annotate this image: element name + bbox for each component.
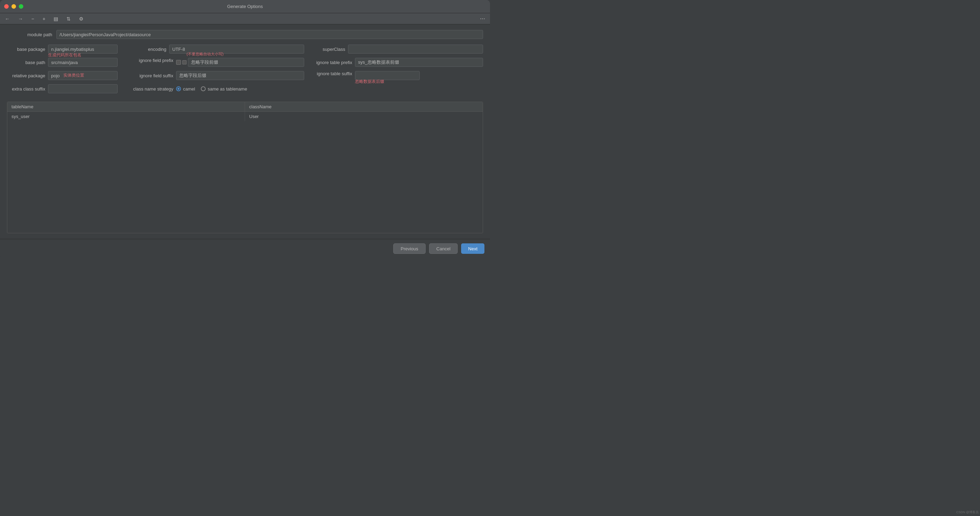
ignore-table-suffix-label: ignore table suffix <box>307 71 352 76</box>
superclass-label: superClass <box>307 47 345 52</box>
relative-package-annotation: 实体类位置 <box>63 72 84 78</box>
next-button[interactable]: Next <box>461 244 484 254</box>
radio-camel-outer[interactable] <box>176 86 181 91</box>
table-row[interactable]: sys_user User <box>7 112 483 121</box>
expand-button[interactable]: ⇅ <box>64 14 73 23</box>
previous-button[interactable]: Previous <box>393 244 426 254</box>
table-section: tableName className sys_user User <box>7 102 483 233</box>
zoom-in-button[interactable]: + <box>40 14 47 23</box>
ignore-field-prefix-input[interactable] <box>188 58 304 67</box>
ignore-table-prefix-label: ignore table prefix <box>307 60 352 65</box>
radio-camel-inner <box>178 88 180 90</box>
cancel-button[interactable]: Cancel <box>429 244 458 254</box>
base-package-label: base package <box>7 47 45 52</box>
ignore-field-prefix-checkbox[interactable] <box>176 60 181 65</box>
settings-button[interactable]: ⚙ <box>77 14 86 23</box>
table-cell-tablename: sys_user <box>7 112 245 121</box>
back-button[interactable]: ← <box>3 14 12 23</box>
base-path-label: base path <box>7 60 45 65</box>
content-area: module path base package 生成代码所在包名 encodi… <box>0 24 490 239</box>
layout-button[interactable]: ▤ <box>51 14 60 23</box>
title-bar: Generate Options <box>0 0 490 13</box>
minimize-button[interactable] <box>11 4 16 9</box>
radio-same-option[interactable]: same as tablename <box>201 86 247 92</box>
ignore-field-prefix-label: ignore field prefix <box>128 58 173 63</box>
base-package-annotation: 生成代码所在包名 <box>48 52 81 58</box>
extra-class-suffix-input[interactable] <box>48 84 118 93</box>
radio-same-outer[interactable] <box>201 86 206 91</box>
more-button[interactable]: ··· <box>478 14 487 24</box>
ignore-table-prefix-input[interactable] <box>355 58 483 67</box>
ignore-field-prefix-checkbox2[interactable] <box>182 60 186 64</box>
extra-class-suffix-label: extra class suffix <box>7 86 45 92</box>
encoding-label: encoding <box>128 47 166 52</box>
footer: Previous Cancel Next <box>0 239 490 258</box>
class-name-strategy-label: class name strategy <box>128 86 173 92</box>
superclass-input[interactable] <box>348 45 483 54</box>
close-button[interactable] <box>4 4 9 9</box>
radio-camel-label: camel <box>183 86 195 92</box>
table-cell-classname: User <box>245 112 483 121</box>
zoom-out-button[interactable]: − <box>29 14 36 23</box>
module-path-label: module path <box>7 32 52 37</box>
radio-camel-option[interactable]: camel <box>176 86 195 92</box>
ignore-field-suffix-input[interactable] <box>176 71 304 80</box>
ignore-table-suffix-annotation: 忽略数据表后缀 <box>355 79 384 84</box>
relative-package-label: relative package <box>7 73 45 78</box>
window-controls <box>4 4 23 9</box>
class-name-strategy-radio-group: camel same as tablename <box>176 86 247 92</box>
radio-same-label: same as tablename <box>208 86 247 92</box>
table-col1-header: tableName <box>7 102 245 111</box>
table-header: tableName className <box>7 102 483 112</box>
table-body: sys_user User <box>7 112 483 182</box>
toolbar: ← → − + ▤ ⇅ ⚙ ··· <box>0 13 490 24</box>
forward-button[interactable]: → <box>16 14 25 23</box>
module-path-row: module path <box>7 30 483 39</box>
module-path-input[interactable] <box>56 30 483 39</box>
window-title: Generate Options <box>227 4 263 9</box>
maximize-button[interactable] <box>19 4 23 9</box>
base-path-input[interactable] <box>48 58 118 67</box>
main-window: Generate Options ← → − + ▤ ⇅ ⚙ ··· modul… <box>0 0 490 258</box>
table-col2-header: className <box>245 102 483 111</box>
ignore-field-suffix-label: ignore field suffix <box>128 73 173 78</box>
ignore-field-prefix-annotation: (不要忽略自动大小写) <box>186 51 223 57</box>
